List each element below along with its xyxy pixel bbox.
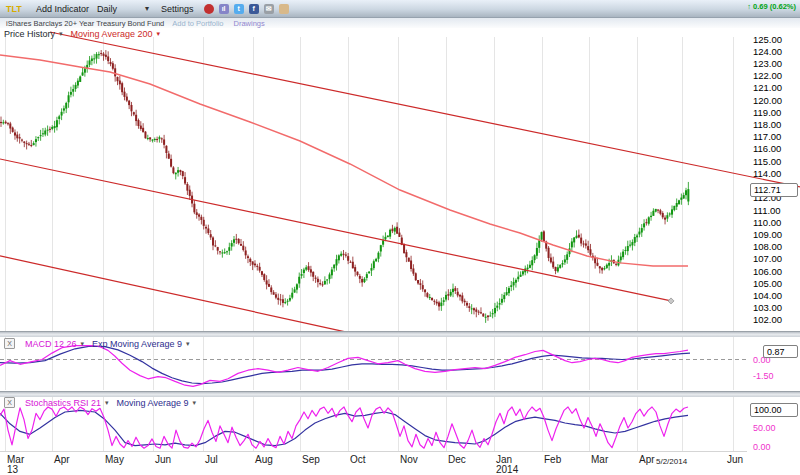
charting-app-window: TLT Add Indicator Daily ▾ Settings ıl t … <box>0 0 800 475</box>
x-axis-month-label: Feb <box>544 454 561 465</box>
stoch-chart-area[interactable] <box>0 408 747 451</box>
macd-dropdown[interactable]: MACD 12 26 <box>25 339 77 349</box>
macd-axis-label: -1.50 <box>753 371 774 381</box>
price-axis-label: 102.00 <box>753 314 782 325</box>
price-axis-label: 110.00 <box>753 217 781 228</box>
price-axis-label: 116.00 <box>753 143 781 154</box>
x-axis-month-label: Jul <box>205 454 218 465</box>
chevron-down-icon[interactable]: ▾ <box>156 30 160 38</box>
price-axis-label: 104.00 <box>753 290 782 301</box>
x-axis-month-label: Mar <box>591 454 608 465</box>
price-axis-label: 122.00 <box>753 70 782 81</box>
moving-average-9-dropdown[interactable]: Moving Average 9 <box>117 398 189 408</box>
last-price-box: 112.71 <box>750 183 798 197</box>
price-axis-label: 121.00 <box>753 82 782 93</box>
price-axis-label: 123.00 <box>753 58 782 69</box>
x-axis-month-label: Oct <box>350 454 366 465</box>
alarm-icon[interactable] <box>204 4 214 14</box>
x-axis-month-label: Apr <box>54 454 70 465</box>
toolbar-icons: ıl t f ✉ <box>204 4 289 14</box>
share-icon[interactable] <box>279 4 289 14</box>
close-icon[interactable]: X <box>4 338 15 349</box>
x-axis-month-label: May <box>105 454 124 465</box>
stoch-panel-header: X Stochastics RSI 21 ▾ Moving Average 9 … <box>4 397 196 408</box>
close-icon[interactable]: X <box>4 397 15 408</box>
up-arrow-icon: ↑ <box>747 2 751 11</box>
symbol-input[interactable]: TLT <box>6 4 28 14</box>
price-axis-label: 107.00 <box>753 253 782 264</box>
email-icon[interactable]: ✉ <box>264 4 274 14</box>
price-axis-label: 118.00 <box>753 119 781 130</box>
stoch-value-box: 100.00 <box>750 403 798 417</box>
x-axis-month-label: Jun <box>155 454 171 465</box>
chevron-down-icon[interactable]: ▾ <box>105 399 109 407</box>
chevron-down-icon[interactable]: ▾ <box>81 340 85 348</box>
x-axis-year-label: 13 <box>7 464 18 475</box>
price-axis-label: 103.00 <box>753 302 782 313</box>
panel-splitter[interactable] <box>0 331 800 337</box>
price-axis-label: 125.00 <box>753 34 782 45</box>
x-axis-month-label: Nov <box>400 454 418 465</box>
price-axis-label: 109.00 <box>753 229 782 240</box>
chevron-down-icon[interactable]: ▾ <box>186 340 190 348</box>
chevron-down-icon[interactable]: ▾ <box>192 399 196 407</box>
price-axis-label: 115.00 <box>753 156 781 167</box>
macd-chart-area[interactable] <box>0 348 747 391</box>
fund-name: iShares Barclays 20+ Year Treasury Bond … <box>6 19 164 28</box>
chevron-down-icon[interactable]: ▾ <box>145 4 149 13</box>
macd-value-box: 0.87 <box>763 345 798 358</box>
price-chart-area[interactable] <box>0 37 747 331</box>
current-date-label: 5/2/2014 <box>656 457 687 466</box>
drawings-menu[interactable]: Drawings <box>234 19 265 28</box>
price-axis-label: 120.00 <box>753 95 782 106</box>
timeframe-dropdown[interactable]: Daily <box>97 4 117 14</box>
exp-moving-average-dropdown[interactable]: Exp Moving Average 9 <box>92 339 182 349</box>
add-indicator-button[interactable]: Add Indicator <box>36 4 89 14</box>
price-history-dropdown[interactable]: Price History <box>4 29 55 39</box>
macd-panel-header: X MACD 12 26 ▾ Exp Moving Average 9 ▾ <box>4 338 189 349</box>
toolbar: TLT Add Indicator Daily ▾ Settings ıl t … <box>0 0 800 18</box>
add-to-portfolio-link[interactable]: Add to Portfolio <box>172 19 223 28</box>
price-panel-header: Price History ▾ Moving Average 200 ▾ <box>4 29 160 39</box>
quote-change: ↑ 0.69 (0.62%) <box>747 2 796 11</box>
price-axis-label: 117.00 <box>753 131 781 142</box>
moving-average-200-dropdown[interactable]: Moving Average 200 <box>71 29 153 39</box>
x-axis-month-label: Aug <box>255 454 273 465</box>
price-axis-label: 111.00 <box>753 205 781 216</box>
facebook-icon[interactable]: f <box>249 4 259 14</box>
price-axis-label: 105.00 <box>753 278 782 289</box>
stoch-axis-label: 50.00 <box>753 423 776 433</box>
stochastics-dropdown[interactable]: Stochastics RSI 21 <box>25 398 101 408</box>
settings-button[interactable]: Settings <box>161 4 194 14</box>
x-axis-month-label: Dec <box>448 454 466 465</box>
price-axis-label: 119.00 <box>753 107 781 118</box>
x-axis-month-label: Sep <box>302 454 320 465</box>
quote-change-value: 0.69 (0.62%) <box>753 2 796 11</box>
chevron-down-icon[interactable]: ▾ <box>59 30 63 38</box>
subbar: iShares Barclays 20+ Year Treasury Bond … <box>0 18 800 28</box>
price-axis-label: 106.00 <box>753 266 782 277</box>
chart-icon[interactable]: ıl <box>219 4 229 14</box>
x-axis-month-label: Apr <box>639 454 655 465</box>
twitter-icon[interactable]: t <box>234 4 244 14</box>
price-axis-label: 108.00 <box>753 241 782 252</box>
price-axis-label: 114.00 <box>753 168 781 179</box>
price-axis-label: 124.00 <box>753 46 782 57</box>
x-axis-year-label: 2014 <box>496 464 518 475</box>
x-axis-month-label: Jun <box>727 454 743 465</box>
stoch-axis-label: 0.00 <box>753 442 771 452</box>
